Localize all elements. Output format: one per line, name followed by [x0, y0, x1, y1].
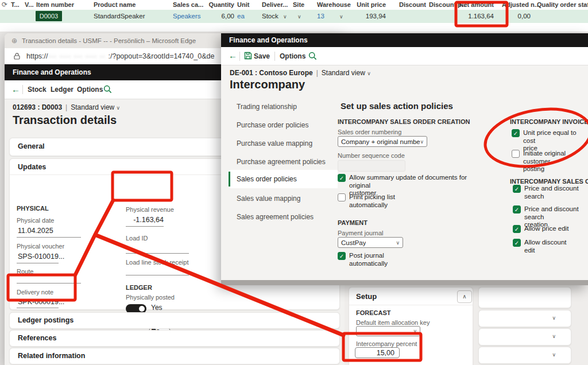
fo-appbar-right-title: Finance and Operations: [229, 36, 308, 44]
print-picking-list-row: Print picking list automatically: [338, 193, 424, 209]
breadcrumb[interactable]: DE-001 : Contoso Europe|Standard view ∨: [230, 69, 371, 77]
nav-purchase-order-policies[interactable]: Purchase order policies: [237, 116, 338, 134]
view-selector-chevron-icon[interactable]: ∨: [117, 105, 121, 111]
site-dropdown-chevron-icon[interactable]: ∨: [297, 14, 301, 20]
allow-summary-update-checkbox[interactable]: [338, 174, 346, 182]
col-header-net-amount[interactable]: Net amount: [458, 0, 494, 10]
number-sequence-code-label: Number sequence code: [338, 152, 405, 159]
save-button[interactable]: Save: [254, 52, 270, 60]
url-redacted-segment: ··· ···· ··· ···· ··: [48, 52, 109, 60]
initiate-original-customer-checkbox[interactable]: [512, 150, 520, 158]
col-header-discount[interactable]: Discount: [393, 0, 426, 10]
save-icon[interactable]: [244, 52, 252, 60]
view-selector-chevron-icon[interactable]: ∨: [367, 71, 371, 76]
col-header-site[interactable]: Site: [293, 0, 304, 10]
payment-journal-dropdown[interactable]: CustPay∨: [338, 237, 403, 248]
nav-purchase-value-mapping[interactable]: Purchase value mapping: [237, 134, 338, 153]
menu-ledger[interactable]: Ledger: [51, 86, 74, 94]
col-header-quantity[interactable]: Quantity: [201, 0, 234, 10]
delivery-note-value[interactable]: SPK-000019...: [18, 298, 64, 306]
sales-category-link[interactable]: Speakers: [173, 10, 201, 23]
fasttab-references-label: References: [18, 334, 56, 342]
intercompany-percent-input[interactable]: 15,00: [355, 347, 400, 358]
physical-date-value[interactable]: 11.04.2025: [18, 227, 53, 235]
collapsed-section-row[interactable]: ∨: [478, 347, 571, 364]
menu-options[interactable]: Options: [77, 86, 103, 94]
lock-icon: [14, 53, 20, 60]
menu-stock[interactable]: Stock: [28, 86, 47, 94]
setup-panel: Setup ∧ FORECAST Default item allocation…: [349, 287, 473, 365]
physical-voucher-value[interactable]: SPS-010019...: [18, 253, 64, 261]
allow-price-edit-label: Allow price edit: [524, 225, 568, 233]
fasttab-updates-label[interactable]: Updates: [18, 163, 46, 171]
search-icon[interactable]: [103, 85, 112, 94]
unit-link[interactable]: ea: [237, 10, 245, 23]
col-header-unit[interactable]: Unit: [237, 0, 249, 10]
chevron-down-icon[interactable]: ∨: [552, 333, 556, 339]
allow-price-edit-checkbox[interactable]: [513, 225, 521, 233]
page-title: Intercompany: [230, 78, 305, 91]
setup-collapse-button[interactable]: ∧: [457, 290, 472, 303]
chevron-down-icon[interactable]: ∨: [552, 315, 556, 321]
price-discount-search-checkbox[interactable]: [513, 185, 521, 193]
print-picking-list-checkbox[interactable]: [338, 193, 346, 201]
nav-purchase-agreement-policies[interactable]: Purchase agreement policies: [237, 153, 338, 171]
col-header-product-name[interactable]: Product name: [94, 0, 136, 10]
adjusted-net-cell[interactable]: 0,00: [495, 10, 531, 23]
page-title: Transaction details: [13, 114, 117, 127]
post-journal-label: Post journal automatically: [349, 252, 388, 267]
col-header-sales-category[interactable]: Sales ca...: [173, 0, 203, 10]
product-name-cell: StandardSpeaker: [94, 10, 145, 23]
col-header-v[interactable]: V...: [25, 0, 34, 10]
warehouse-dropdown-chevron-icon[interactable]: ∨: [339, 14, 343, 20]
view-selector[interactable]: Standard view: [71, 103, 114, 111]
load-line-stock-receipt-underline[interactable]: [126, 275, 189, 275]
allow-discount-edit-checkbox[interactable]: [513, 239, 521, 247]
sales-order-numbering-dropdown[interactable]: Company + original number∨: [338, 136, 427, 147]
content-heading: Set up sales action policies: [341, 101, 453, 111]
options-menu[interactable]: Options: [280, 52, 305, 60]
nav-trading-relationship[interactable]: Trading relationship: [237, 98, 338, 116]
collapsed-section-row[interactable]: ∨: [478, 328, 571, 345]
physical-revenue-value[interactable]: -1.163,64: [126, 216, 164, 224]
search-icon[interactable]: [308, 52, 317, 60]
view-selector[interactable]: Standard view: [322, 69, 365, 77]
price-discount-search-creation-checkbox[interactable]: [513, 205, 521, 213]
quantity-cell[interactable]: 6,00: [201, 10, 234, 23]
net-amount-cell[interactable]: 1.163,64: [458, 10, 494, 23]
chevron-down-icon[interactable]: ∨: [552, 352, 556, 358]
url-text: https://··· ···· ··· ···· ·· :/?popout=3…: [26, 48, 214, 64]
delivery-cell[interactable]: Stock: [262, 10, 278, 23]
col-header-adjusted-net[interactable]: Adjusted n...: [502, 0, 540, 10]
back-arrow-icon[interactable]: ←: [229, 51, 237, 60]
default-item-allocation-key-dropdown[interactable]: ∨: [356, 326, 420, 336]
fasttab-references[interactable]: References: [9, 330, 340, 347]
nav-sales-order-policies[interactable]: Sales order policies: [229, 170, 338, 188]
collapsed-section-row[interactable]: [478, 287, 571, 308]
nav-sales-agreement-policies[interactable]: Sales agreement policies: [237, 208, 338, 226]
col-header-warehouse[interactable]: Warehouse: [317, 0, 351, 10]
col-header-delivery[interactable]: Deliver...: [262, 0, 288, 10]
warehouse-link[interactable]: 13: [317, 10, 324, 23]
col-header-quality-order-status[interactable]: Quality order status: [537, 0, 588, 10]
group-payment: PAYMENT: [338, 219, 368, 226]
delivery-dropdown-chevron-icon[interactable]: ∨: [283, 14, 287, 20]
unit-price-equal-checkbox[interactable]: [512, 129, 520, 137]
item-number-cell[interactable]: D0003: [36, 11, 62, 21]
edge-window-title: Transaction details - USMF -- - Persönli…: [22, 33, 196, 48]
route-underline[interactable]: [17, 283, 81, 284]
price-discount-search-row: Price and discount search: [513, 185, 586, 200]
fasttab-related-information[interactable]: Related information: [9, 348, 340, 364]
col-header-unit-price[interactable]: Unit price: [351, 0, 386, 10]
breadcrumb[interactable]: 012693 : D0003|Standard view ∨: [13, 103, 120, 111]
refresh-icon[interactable]: ⟳: [2, 1, 7, 9]
fasttab-ledger-postings[interactable]: Ledger postings: [9, 312, 340, 329]
back-arrow-icon[interactable]: ←: [11, 84, 20, 94]
collapsed-section-row[interactable]: ∨: [478, 310, 571, 327]
load-id-underline[interactable]: [126, 253, 189, 254]
col-header-item-number[interactable]: Item number: [36, 0, 74, 10]
nav-sales-value-mapping[interactable]: Sales value mapping: [237, 189, 338, 208]
col-header-t[interactable]: T...: [11, 0, 20, 10]
unit-price-cell[interactable]: 193,94: [351, 10, 386, 23]
post-journal-checkbox[interactable]: [338, 252, 346, 260]
